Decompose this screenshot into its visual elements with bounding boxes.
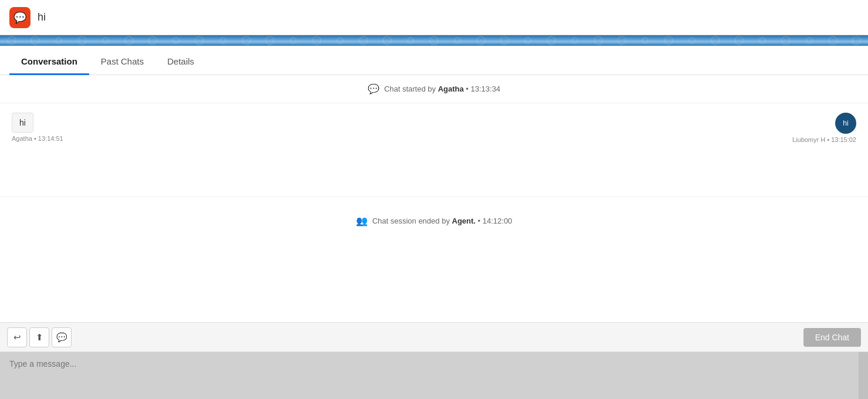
session-ended-text: Chat session ended by Agent. • 14:12:00: [372, 217, 513, 225]
message-input[interactable]: [9, 359, 859, 392]
customer-message: hi Agatha • 13:14:51: [12, 113, 188, 142]
app-logo: 💬: [9, 7, 30, 28]
tab-details[interactable]: Details: [155, 49, 206, 75]
chat-icon: 💬: [56, 332, 67, 343]
customer-bubble: hi: [12, 113, 33, 133]
chat-start-icon: 💬: [368, 83, 379, 94]
chat-started-text: Chat started by Agatha • 13:13:34: [384, 84, 500, 93]
end-chat-button[interactable]: End Chat: [803, 328, 861, 347]
tabs-bar: Conversation Past Chats Details: [0, 46, 868, 75]
tab-past-chats[interactable]: Past Chats: [89, 49, 155, 75]
session-ended-icon: 👥: [356, 215, 368, 226]
session-ended-row: 👥 Chat session ended by Agent. • 14:12:0…: [0, 197, 868, 244]
toolbar-btn-2[interactable]: ⬆: [29, 327, 49, 347]
chat-started-row: 💬 Chat started by Agatha • 13:13:34: [0, 75, 868, 103]
messages-row: hi Agatha • 13:14:51 hi Liubomyr H • 13:…: [0, 103, 868, 197]
upload-icon: ⬆: [36, 332, 43, 343]
top-header: 💬 hi: [0, 0, 868, 35]
chat-area: 💬 Chat started by Agatha • 13:13:34 hi A…: [0, 75, 868, 323]
agent-meta: Liubomyr H • 13:15:02: [792, 136, 856, 143]
toolbar-btn-1[interactable]: ↩: [7, 327, 27, 347]
tab-conversation[interactable]: Conversation: [9, 49, 89, 75]
decorative-banner: [0, 35, 868, 46]
app-title: hi: [38, 11, 46, 23]
customer-meta: Agatha • 13:14:51: [12, 135, 63, 142]
toolbar: ↩ ⬆ 💬 End Chat: [0, 323, 868, 352]
toolbar-btn-3[interactable]: 💬: [52, 327, 72, 347]
message-input-area: [0, 352, 868, 399]
transfer-icon: ↩: [13, 332, 21, 343]
agent-message-wrapper: hi Liubomyr H • 13:15:02: [792, 113, 856, 143]
app-logo-icon: 💬: [13, 11, 26, 24]
agent-avatar: hi: [835, 113, 856, 134]
scrollbar[interactable]: [859, 352, 868, 399]
